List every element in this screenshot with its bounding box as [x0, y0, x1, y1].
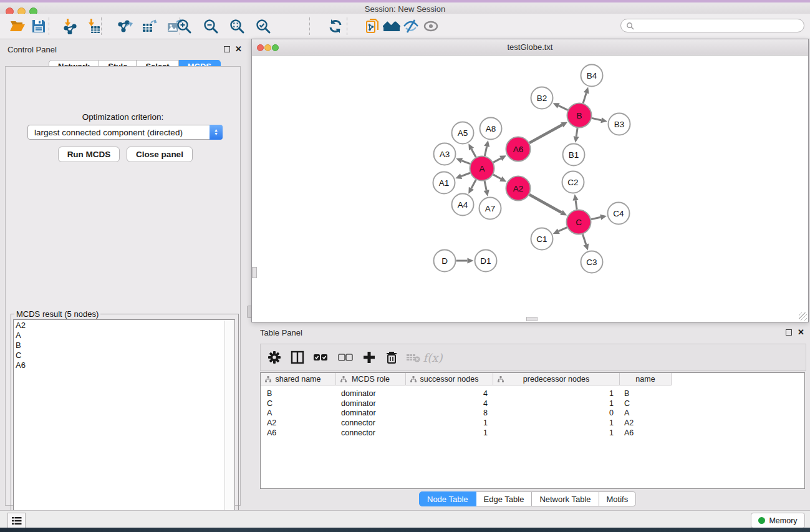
node-table[interactable]: shared nameMCDS rolesuccessor nodesprede…	[260, 372, 805, 489]
table-cell[interactable]: connector	[341, 418, 401, 428]
edge-A-A4[interactable]	[471, 180, 476, 188]
result-list-item[interactable]: C	[16, 351, 26, 360]
settings-gear-icon[interactable]	[266, 349, 283, 366]
result-list-item[interactable]: A	[16, 331, 26, 341]
column-layout-icon[interactable]	[289, 349, 306, 366]
network-canvas[interactable]: A5A8A3A6AA1A4A7A2B2B4BB3B1C2CC4C1C3DD1	[253, 56, 808, 321]
tab-edge-table[interactable]: Edge Table	[476, 491, 533, 506]
houses-icon[interactable]	[383, 17, 400, 35]
graph-node-B2[interactable]: B2	[531, 87, 553, 109]
graph-node-A3[interactable]: A3	[434, 143, 456, 165]
edge-A-A6[interactable]	[493, 158, 501, 162]
window-resize-grip[interactable]	[799, 312, 807, 321]
open-folder-icon[interactable]	[9, 17, 26, 35]
zoom-out-icon[interactable]	[202, 17, 219, 35]
network-vertical-scroll-thumb[interactable]	[252, 267, 257, 278]
table-cell[interactable]: 4	[412, 399, 488, 409]
mcds-result-list[interactable]: A2ABCA6	[13, 319, 235, 521]
export-table-icon[interactable]	[141, 17, 158, 35]
table-cell[interactable]: 1	[499, 389, 614, 399]
memory-button[interactable]: Memory	[751, 513, 805, 528]
graph-node-A2[interactable]: A2	[506, 177, 531, 201]
edge-A6-B[interactable]	[529, 125, 562, 143]
graph-node-C2[interactable]: C2	[562, 172, 584, 193]
result-list-item[interactable]: B	[16, 341, 26, 351]
refresh-icon[interactable]	[327, 17, 344, 35]
edge-B-B3[interactable]	[592, 118, 601, 120]
edge-C-C1[interactable]	[559, 228, 567, 231]
table-cell[interactable]: B	[267, 389, 330, 399]
optimization-criterion-dropdown[interactable]: largest connected component (directed) ▲…	[27, 125, 223, 140]
graph-node-A6[interactable]: A6	[506, 137, 531, 162]
edge-A-A8[interactable]	[485, 147, 486, 156]
clear-table-icon[interactable]	[405, 349, 422, 366]
table-cell[interactable]: 1	[499, 428, 614, 438]
table-cell[interactable]: connector	[341, 428, 401, 438]
column-header-0[interactable]: shared name	[261, 373, 336, 385]
import-table-icon[interactable]	[85, 17, 102, 35]
edge-A-A5[interactable]	[471, 149, 476, 157]
select-all-icon[interactable]	[312, 349, 329, 366]
function-builder-icon[interactable]: f(x)	[424, 349, 441, 366]
column-header-3[interactable]: predecessor nodes	[493, 373, 620, 385]
graph-node-B1[interactable]: B1	[563, 144, 585, 166]
tab-motifs[interactable]: Motifs	[599, 491, 637, 506]
hide-graphics-details-icon[interactable]	[402, 17, 420, 35]
edge-C-C3[interactable]	[582, 234, 586, 244]
zoom-in-icon[interactable]	[175, 17, 193, 35]
result-list-item[interactable]: A2	[16, 321, 26, 331]
table-cell[interactable]: dominator	[341, 389, 401, 399]
table-cell[interactable]: A	[267, 408, 330, 418]
network-horizontal-scroll-thumb[interactable]	[526, 317, 538, 321]
result-list-scrollbar[interactable]	[224, 321, 234, 520]
graph-node-C[interactable]: C	[567, 210, 591, 235]
edge-A-A3[interactable]	[462, 161, 470, 164]
table-cell[interactable]: C	[624, 399, 667, 409]
table-cell[interactable]: dominator	[341, 399, 401, 409]
table-cell[interactable]: dominator	[341, 408, 401, 418]
task-history-button[interactable]	[7, 513, 26, 528]
result-list-item[interactable]: A6	[16, 360, 26, 370]
edge-A-A1[interactable]	[461, 173, 470, 176]
graph-node-D[interactable]: D	[434, 250, 456, 272]
network-graph[interactable]: A5A8A3A6AA1A4A7A2B2B4BB3B1C2CC4C1C3DD1	[253, 56, 808, 321]
edge-C-C2[interactable]	[576, 200, 577, 209]
edge-A-A7[interactable]	[485, 181, 486, 190]
zoom-selected-icon[interactable]	[254, 17, 272, 35]
search-input[interactable]	[634, 21, 793, 31]
graph-node-A1[interactable]: A1	[433, 172, 455, 194]
edge-B-B4[interactable]	[583, 93, 586, 103]
duplicate-network-icon[interactable]	[364, 17, 382, 35]
float-panel-icon[interactable]	[224, 46, 230, 52]
edge-B-B2[interactable]	[559, 105, 568, 110]
graph-node-A8[interactable]: A8	[480, 118, 502, 140]
deselect-all-icon[interactable]	[337, 349, 354, 366]
table-cell[interactable]: 1	[499, 399, 614, 409]
table-cell[interactable]: C	[267, 399, 330, 409]
table-cell[interactable]: 4	[412, 389, 488, 399]
table-cell[interactable]: A2	[624, 418, 667, 428]
graph-node-C3[interactable]: C3	[581, 251, 603, 273]
table-cell[interactable]: 1	[412, 428, 488, 438]
table-cell[interactable]: 8	[412, 408, 488, 418]
graph-node-A7[interactable]: A7	[480, 198, 501, 220]
graph-node-B[interactable]: B	[567, 104, 592, 128]
edge-C-C4[interactable]	[591, 217, 600, 219]
import-network-icon[interactable]	[61, 17, 79, 35]
save-icon[interactable]	[30, 17, 47, 35]
search-box[interactable]	[620, 19, 804, 32]
graph-node-A5[interactable]: A5	[452, 122, 474, 144]
add-column-icon[interactable]	[360, 349, 378, 366]
table-cell[interactable]: A	[624, 408, 667, 418]
export-network-icon[interactable]	[116, 17, 133, 35]
zoom-fit-icon[interactable]	[228, 17, 246, 35]
tab-node-table[interactable]: Node Table	[419, 491, 476, 506]
edge-B-B1[interactable]	[576, 128, 577, 137]
table-cell[interactable]: 1	[499, 418, 614, 428]
close-panel-button[interactable]: Close panel	[127, 147, 193, 162]
table-close-panel-icon[interactable]: ✕	[798, 329, 804, 336]
column-header-2[interactable]: successor nodes	[406, 373, 493, 385]
graph-node-A[interactable]: A	[470, 157, 494, 181]
graph-node-C4[interactable]: C4	[608, 203, 630, 225]
tab-network-table[interactable]: Network Table	[532, 491, 599, 506]
